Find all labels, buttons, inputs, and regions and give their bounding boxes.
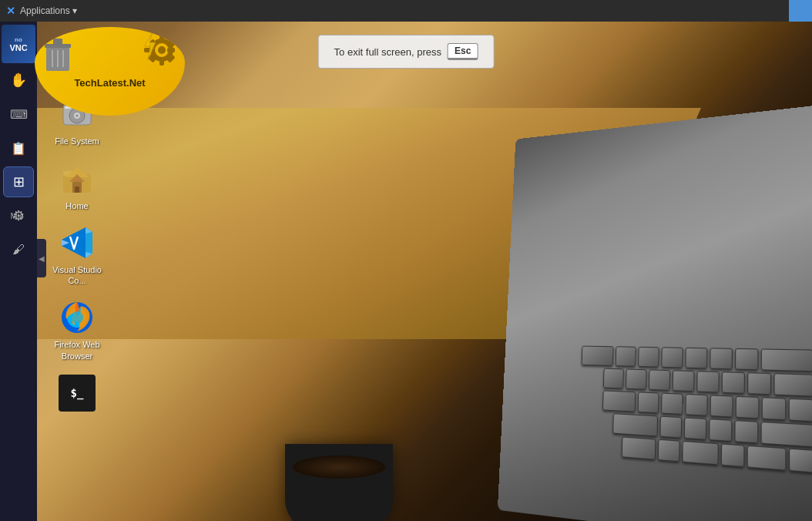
key: [735, 348, 759, 370]
key: [747, 445, 787, 471]
home-icon-label: Home: [65, 200, 88, 211]
sidebar-collapse-tab[interactable]: ◀: [37, 239, 46, 277]
key: [685, 394, 707, 416]
key: [789, 449, 812, 473]
firefox-icon-image: [59, 299, 96, 336]
laptop-keyboard: [498, 105, 812, 521]
key: [582, 346, 614, 366]
keyboard-keys: [501, 345, 812, 521]
key: [638, 392, 659, 413]
key: [602, 390, 636, 412]
taskbar-right: [789, 0, 812, 22]
collapse-arrow: ◀: [39, 254, 45, 263]
svg-rect-2: [53, 39, 62, 45]
svg-rect-35: [75, 187, 79, 193]
taskbar-logo-icon: ✕: [6, 5, 15, 17]
home-icon-image: [59, 160, 96, 197]
key: [626, 368, 647, 389]
esc-key: Esc: [448, 43, 478, 60]
key: [773, 373, 812, 397]
coffee-area: [270, 367, 424, 521]
terminal-icon-image: $_: [59, 375, 96, 412]
vscode-icon-image: [59, 224, 96, 261]
svg-rect-11: [167, 48, 175, 52]
key: [684, 417, 706, 439]
novnc-logo[interactable]: no VNC: [2, 25, 35, 63]
mic-label: Mic: [0, 201, 34, 230]
taskbar: ✕ Applications ▾: [0, 0, 812, 22]
fullscreen-notice-text: To exit full screen, press: [334, 46, 441, 58]
key: [747, 372, 771, 395]
desktop-icon-terminal[interactable]: $_: [42, 370, 112, 419]
key: [682, 441, 719, 466]
desktop-icon-home[interactable]: Home: [42, 156, 112, 216]
sidebar-paint-tool[interactable]: 🖌: [3, 234, 34, 265]
key: [661, 347, 683, 368]
key: [709, 418, 732, 442]
firefox-icon-label: Firefox Web Browser: [45, 339, 109, 361]
key: [622, 436, 656, 459]
techlatest-trash-icon: [42, 35, 77, 73]
filesystem-icon-label: File System: [55, 136, 99, 146]
key: [673, 370, 695, 392]
taskbar-apps-menu[interactable]: Applications ▾: [20, 5, 77, 16]
key: [789, 398, 812, 422]
techlatest-lightning-icon: [139, 31, 162, 62]
terminal-icon-bg: $_: [59, 375, 96, 412]
key: [736, 396, 760, 419]
key: [734, 420, 758, 443]
techlatest-domain-text: TechLatest.Net: [74, 77, 145, 89]
terminal-icon-text: $_: [71, 387, 84, 399]
key: [761, 348, 812, 371]
desktop-icon-vscode[interactable]: Visual Studio Co...: [42, 220, 112, 291]
key: [659, 416, 682, 439]
key: [762, 397, 787, 420]
key: [612, 413, 658, 436]
key: [658, 439, 680, 462]
coffee-cup: [285, 444, 393, 521]
vscode-icon-svg: [59, 224, 96, 261]
sidebar-keyboard-tool[interactable]: ⌨: [3, 99, 34, 129]
key: [685, 348, 707, 369]
techlatest-logo-image: TechLatest.Net: [35, 27, 185, 116]
svg-marker-16: [145, 32, 156, 60]
taskbar-logo: ✕ Applications ▾: [0, 5, 83, 17]
fullscreen-notice: To exit full screen, press Esc: [318, 35, 495, 69]
sidebar-clipboard-tool[interactable]: 📋: [3, 133, 34, 163]
novnc-no-text: no: [15, 36, 22, 43]
novnc-vnc-text: VNC: [9, 43, 27, 52]
key: [721, 443, 745, 467]
firefox-icon-svg: [59, 299, 96, 336]
key: [710, 348, 733, 369]
key: [710, 395, 733, 417]
coffee-liquid: [293, 455, 385, 479]
key: [616, 346, 636, 367]
sidebar-screen-tool[interactable]: ⊞: [3, 166, 34, 197]
key: [722, 371, 745, 394]
novnc-sidebar: no VNC Mic ✋ ⌨ 📋 ⊞ ⚙ 🖌: [0, 22, 37, 521]
taskbar-right-button[interactable]: [789, 0, 812, 22]
key: [603, 368, 624, 389]
key: [661, 393, 683, 415]
sidebar-hand-tool[interactable]: ✋: [3, 65, 34, 96]
svg-point-38: [71, 311, 83, 324]
key: [638, 347, 659, 368]
desktop-icon-firefox[interactable]: Firefox Web Browser: [42, 294, 112, 366]
vscode-icon-label: Visual Studio Co...: [45, 264, 109, 287]
desktop: ✕ Applications ▾ no VNC Mic ✋ ⌨ 📋 ⊞ ⚙ 🖌 …: [0, 0, 812, 521]
key: [761, 422, 812, 447]
key: [649, 369, 670, 391]
home-icon-svg: [59, 160, 96, 197]
key: [696, 371, 720, 392]
techlatest-logo: TechLatest.Net: [35, 27, 185, 116]
